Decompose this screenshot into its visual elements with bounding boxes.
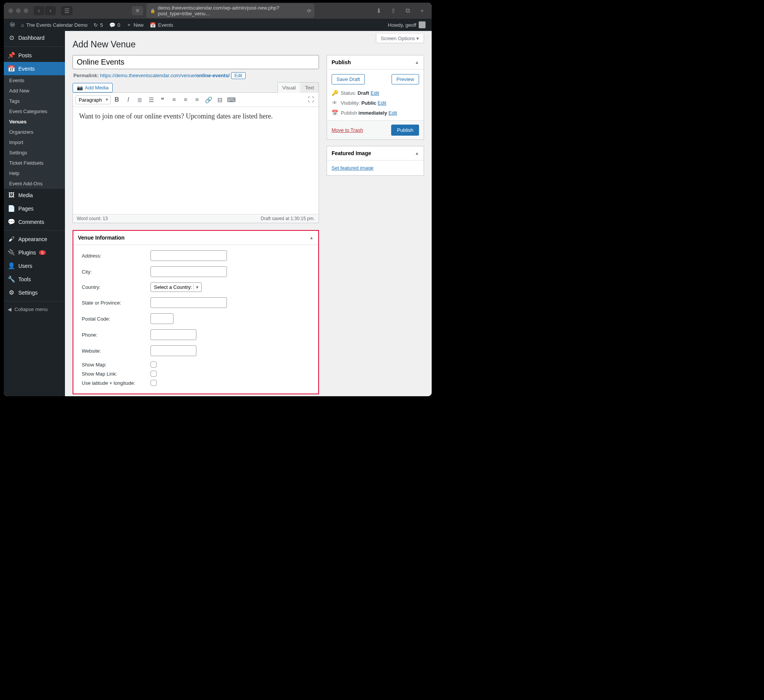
minimize-window-button[interactable] (16, 8, 21, 13)
forward-button[interactable]: › (45, 6, 56, 15)
align-left-button[interactable]: ≡ (169, 94, 180, 105)
submenu-help[interactable]: Help (4, 168, 65, 178)
sidebar-toggle-button[interactable]: ☰ (61, 6, 73, 15)
submenu-add-new[interactable]: Add New (4, 86, 65, 96)
preview-button[interactable]: Preview (392, 74, 419, 84)
address-input[interactable] (151, 250, 227, 261)
menu-plugins[interactable]: 🔌Plugins 5 (4, 246, 65, 259)
country-value: Select a Country: (154, 284, 192, 290)
menu-appearance[interactable]: 🖌Appearance (4, 233, 65, 246)
edit-status[interactable]: Edit (371, 90, 379, 96)
number-list-button[interactable]: ☰ (146, 94, 157, 105)
events-link[interactable]: 📅Events (147, 19, 176, 31)
comments-link[interactable]: 💬0 (106, 19, 123, 31)
title-input[interactable] (73, 55, 319, 69)
postal-input[interactable] (151, 313, 173, 324)
toolbar-toggle-button[interactable]: ⌨ (226, 94, 237, 105)
editor-content[interactable]: Want to join one of our online events? U… (73, 107, 319, 214)
submenu-fieldsets[interactable]: Ticket Fieldsets (4, 158, 65, 168)
revisions-link[interactable]: ↻5 (91, 19, 106, 31)
menu-comments[interactable]: 💬Comments (4, 215, 65, 228)
submenu-venues[interactable]: Venues (4, 117, 65, 127)
phone-input[interactable] (151, 329, 196, 340)
italic-button[interactable]: I (123, 94, 134, 105)
close-window-button[interactable] (8, 8, 13, 13)
traffic-lights (8, 8, 28, 13)
plugin-icon: 🔌 (8, 249, 15, 256)
toggle-venue-info[interactable]: ▲ (309, 235, 314, 240)
content-area: Screen Options ▾ Add New Venue Permalink… (65, 31, 432, 396)
new-link[interactable]: ＋New (123, 19, 147, 31)
collapse-menu[interactable]: ◀Collapse menu (4, 303, 65, 315)
site-home-link[interactable]: ⌂The Events Calendar Demo (18, 19, 91, 31)
revisions-count: 5 (100, 22, 103, 28)
fullscreen-button[interactable]: ⛶ (306, 94, 316, 105)
format-value: Paragraph (79, 97, 102, 103)
latlng-checkbox[interactable] (151, 380, 157, 386)
toggle-publish[interactable]: ▲ (415, 60, 419, 65)
publish-button[interactable]: Publish (391, 125, 419, 136)
align-center-button[interactable]: ≡ (180, 94, 191, 105)
menu-posts[interactable]: 📌Posts (4, 49, 65, 62)
menu-users[interactable]: 👤Users (4, 259, 65, 272)
url-bar[interactable]: 🔒 demo.theeventscalendar.com/wp-admin/po… (146, 3, 314, 18)
bullet-list-button[interactable]: ≣ (134, 94, 145, 105)
editor-toolbar: Paragraph B I ≣ ☰ ❝ ≡ ≡ ≡ 🔗 ⊟ (73, 93, 319, 107)
media-label: Media (18, 192, 33, 198)
permalink-link[interactable]: https://demo.theeventscalendar.com/venue… (100, 73, 230, 78)
address-label: Address: (82, 253, 151, 259)
tab-visual[interactable]: Visual (278, 83, 300, 93)
plus-icon: ＋ (126, 21, 131, 28)
link-button[interactable]: 🔗 (203, 94, 214, 105)
calendar-icon: 📅 (150, 22, 156, 28)
state-input[interactable] (151, 297, 227, 308)
readmore-button[interactable]: ⊟ (215, 94, 225, 105)
tabs-button[interactable]: ⧉ (403, 6, 413, 15)
align-right-button[interactable]: ≡ (192, 94, 202, 105)
edit-permalink-button[interactable]: Edit (231, 72, 246, 79)
submenu-categories[interactable]: Event Categories (4, 106, 65, 117)
submenu-addons[interactable]: Event Add-Ons (4, 178, 65, 189)
reader-mode-button[interactable]: ≡ (132, 6, 143, 15)
refresh-icon[interactable]: ⟳ (307, 8, 311, 14)
submenu-tags[interactable]: Tags (4, 96, 65, 106)
downloads-button[interactable]: ⬇ (374, 6, 384, 15)
wp-logo[interactable]: ⓦ (7, 19, 18, 31)
bold-button[interactable]: B (112, 94, 122, 105)
new-tab-button[interactable]: ＋ (417, 6, 427, 15)
toggle-featured[interactable]: ▲ (415, 151, 419, 156)
submenu-settings[interactable]: Settings (4, 147, 65, 158)
move-to-trash[interactable]: Move to Trash (332, 127, 363, 133)
menu-tools[interactable]: 🔧Tools (4, 272, 65, 286)
menu-media[interactable]: 🖼Media (4, 189, 65, 202)
country-select[interactable]: Select a Country: (151, 282, 202, 292)
set-featured-link[interactable]: Set featured image (332, 165, 374, 171)
user-account-link[interactable]: Howdy, geoff (385, 19, 429, 31)
back-button[interactable]: ‹ (34, 6, 44, 15)
tab-text[interactable]: Text (300, 83, 319, 93)
edit-publish-date[interactable]: Edit (388, 110, 397, 116)
quote-button[interactable]: ❝ (157, 94, 168, 105)
showmap-checkbox[interactable] (151, 361, 157, 368)
wp-adminbar: ⓦ ⌂The Events Calendar Demo ↻5 💬0 ＋New 📅… (4, 19, 432, 31)
save-draft-button[interactable]: Save Draft (332, 74, 365, 84)
website-input[interactable] (151, 345, 196, 356)
url-text: demo.theeventscalendar.com/wp-admin/post… (158, 5, 303, 16)
add-media-button[interactable]: 📷Add Media (73, 83, 113, 92)
avatar (419, 21, 426, 28)
city-input[interactable] (151, 266, 227, 277)
format-select[interactable]: Paragraph (75, 96, 111, 104)
zoom-window-button[interactable] (24, 8, 28, 13)
submenu-events-all[interactable]: Events (4, 75, 65, 86)
menu-events[interactable]: 📅Events (4, 62, 65, 75)
screen-options-button[interactable]: Screen Options ▾ (376, 34, 424, 43)
plugins-label: Plugins (18, 250, 36, 256)
share-button[interactable]: ⇪ (388, 6, 398, 15)
menu-pages[interactable]: 📄Pages (4, 202, 65, 215)
submenu-import[interactable]: Import (4, 137, 65, 147)
showmaplink-checkbox[interactable] (151, 371, 157, 377)
submenu-organizers[interactable]: Organizers (4, 127, 65, 137)
edit-visibility[interactable]: Edit (378, 100, 386, 106)
menu-dashboard[interactable]: ⊙Dashboard (4, 31, 65, 44)
menu-settings[interactable]: ⚙Settings (4, 286, 65, 299)
